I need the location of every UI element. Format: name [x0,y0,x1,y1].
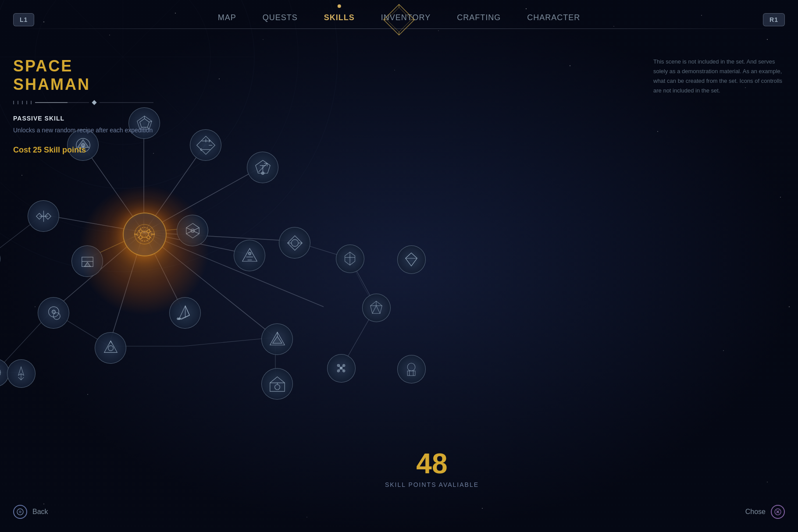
l1-button[interactable]: L1 [13,13,34,26]
svg-point-122 [248,252,251,255]
svg-line-157 [377,306,381,314]
skill-node-inner-left[interactable] [71,245,103,277]
skill-points-number: 48 [385,450,479,478]
skill-node-center[interactable] [123,213,167,256]
xp-fill [35,102,68,103]
bottom-far-right-icon [331,358,351,378]
skill-node-lowest-center-right[interactable] [261,368,293,400]
lowest-left-icon [11,364,31,383]
skill-node-mid-right[interactable] [234,240,265,271]
skill-node-bottom-right-arc[interactable] [261,323,293,355]
svg-line-189 [406,253,411,259]
nav-item-character[interactable]: Character [527,13,580,22]
svg-point-68 [138,227,151,241]
choose-label: Chose [745,508,766,516]
nav-item-map[interactable]: Map [218,13,236,22]
svg-point-104 [261,172,264,174]
svg-point-25 [306,517,307,517]
far-bottom-left-icon [0,363,5,382]
svg-line-167 [109,340,110,343]
svg-point-209 [19,511,21,513]
skill-node-bottom-center-left[interactable] [169,297,201,329]
bottom-right-arc-icon [267,329,288,350]
bottom-center-left-icon [175,302,196,324]
skill-node-bottom-center-far[interactable] [95,332,126,364]
skill-node-bottom-far-right[interactable] [327,354,356,383]
skill-node-outer-far-right-bottom[interactable] [397,245,426,274]
svg-point-12 [394,70,395,70]
choose-controller-button[interactable] [771,505,785,519]
svg-point-13 [570,65,570,66]
skill-points-display: 48 Skill Points Avaliable [385,450,479,488]
svg-point-131 [177,318,178,319]
nav-item-crafting[interactable]: Crafting [457,13,501,22]
svg-point-69 [139,230,142,233]
r1-button[interactable]: R1 [763,13,785,26]
bottom-back-nav[interactable]: Back [13,505,48,519]
outer-right-bottom-icon [402,359,421,379]
left-info-panel: SPACE SHAMAN Passive skill Unlocks a new… [13,57,153,155]
skill-node-outer-right-bottom[interactable] [397,355,426,383]
svg-point-124 [291,239,298,246]
nav-item-skills[interactable]: Skills [324,13,355,22]
skill-points-label: Skill Points Avaliable [385,481,479,488]
back-controller-button[interactable] [13,505,27,519]
svg-point-26 [482,508,483,509]
svg-line-156 [373,306,377,314]
top-right-node-icon [195,135,217,156]
svg-marker-114 [84,262,90,266]
lowest-center-right-icon [267,373,288,395]
svg-point-21 [723,350,723,351]
navigation-bar: L1 R1 Map Quests Skills Inventory Crafti… [0,0,798,48]
skill-node-lowest-left[interactable] [7,359,36,388]
svg-line-168 [110,340,112,343]
far-right-node-icon [284,232,306,254]
xp-tick-4 [26,101,27,104]
svg-point-185 [274,384,280,390]
xp-tick-1 [13,101,14,104]
svg-point-135 [52,310,55,313]
svg-point-24 [43,504,44,504]
xp-bar [13,101,153,104]
skills-diamond-decoration [381,2,417,39]
mid-left-node-icon [33,206,54,227]
svg-point-22 [789,306,790,307]
svg-point-70 [147,230,150,233]
svg-line-129 [185,305,189,315]
svg-marker-127 [178,305,189,319]
svg-point-193 [408,363,416,371]
svg-line-190 [412,253,417,259]
svg-line-181 [18,377,21,380]
skill-node-far-right[interactable] [279,227,310,259]
outer-right-icon [340,249,360,268]
xp-diamond [92,100,96,105]
skill-description: Unlocks a new random recipe after each e… [13,125,153,135]
svg-point-166 [108,345,113,351]
skill-node-inner-right[interactable] [177,215,208,246]
inner-left-node-icon [77,251,98,272]
skill-node-top-right[interactable] [190,129,221,161]
skill-node-outer-right[interactable] [336,245,364,273]
demo-description: This scene is not included in the set. A… [653,57,785,96]
far-top-right-node-icon [252,157,274,178]
svg-point-72 [147,236,150,239]
svg-rect-194 [408,371,416,376]
inner-right-node-icon [182,220,203,241]
xp-tick-3 [22,101,23,104]
skill-node-bottom-left[interactable] [38,297,69,329]
back-label: Back [32,508,48,516]
outer-far-right-bottom-icon [402,250,421,269]
nav-item-quests[interactable]: Quests [263,13,298,22]
svg-line-182 [21,377,24,380]
svg-point-18 [780,197,781,198]
skill-node-mid-left[interactable] [28,200,59,232]
svg-line-192 [412,259,417,266]
bottom-choose-nav[interactable]: Chose [745,505,785,519]
right-info-panel: This scene is not included in the set. A… [653,57,785,96]
skill-node-arch-right[interactable] [362,294,391,322]
bottom-left-icon [43,302,64,324]
center-node-icon [130,220,159,249]
svg-line-191 [406,259,411,266]
skill-node-far-top-right[interactable] [247,152,278,183]
bottom-center-far-icon [100,337,121,359]
